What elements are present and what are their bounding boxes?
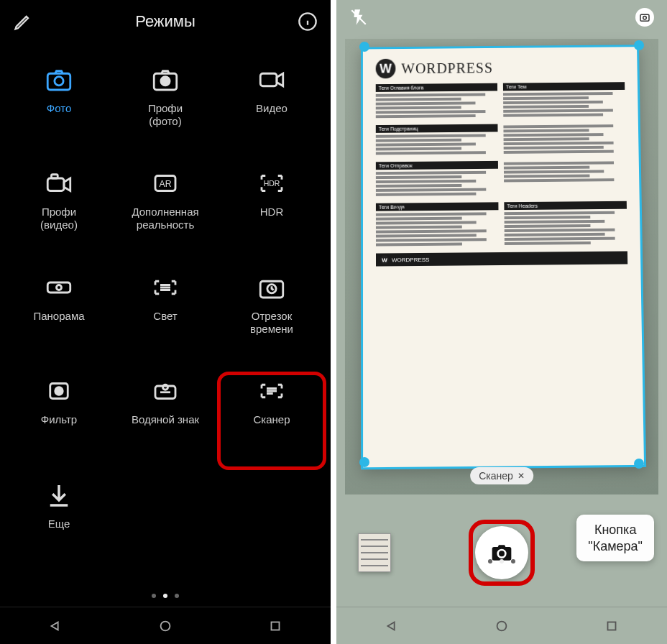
svg-point-23 — [497, 621, 507, 630]
doc-section-head: Теги Входа — [376, 202, 499, 211]
callout-tooltip: Кнопка "Камера" — [576, 515, 654, 561]
doc-section-head: Теги Оглавия блога — [376, 83, 497, 92]
mode-label: Профи (фото) — [148, 102, 183, 128]
mode-light[interactable]: Свет — [114, 272, 217, 363]
crop-handle-tr[interactable] — [634, 40, 644, 50]
video-pro-icon — [44, 168, 74, 198]
mode-pro-photo[interactable]: Профи (фото) — [114, 65, 217, 155]
scanner-mode-pill[interactable]: Сканер ✕ — [470, 467, 533, 484]
pager-dot — [152, 594, 156, 598]
crop-handle-bl[interactable] — [359, 457, 369, 467]
nav-back-icon[interactable] — [47, 618, 63, 634]
page-indicator — [488, 559, 515, 564]
mode-label: Панорама — [33, 310, 84, 323]
gallery-thumbnail[interactable] — [358, 533, 391, 572]
page-indicator — [0, 585, 331, 607]
download-icon — [44, 480, 74, 510]
camera-solid-icon — [150, 65, 180, 95]
doc-section-head: Теги Отправок — [376, 161, 498, 170]
close-icon[interactable]: ✕ — [518, 471, 525, 481]
svg-rect-20 — [272, 622, 280, 630]
mode-label: Свет — [153, 310, 177, 323]
svg-point-12 — [57, 285, 62, 290]
svg-rect-5 — [260, 73, 277, 86]
light-icon — [150, 272, 180, 303]
mode-ar[interactable]: AR Дополненная реальность — [114, 168, 217, 259]
mode-hdr[interactable]: HDR HDR — [220, 168, 323, 259]
mode-label: Отрезок времени — [250, 310, 293, 336]
scanner-screen: W WORDPRESS Теги Оглавия блога Теги Тем … — [336, 0, 667, 644]
mode-label: Еще — [48, 518, 70, 530]
capture-bar: Кнопка "Камера" — [336, 499, 667, 607]
shutter-button[interactable] — [475, 526, 528, 579]
edit-icon[interactable] — [13, 12, 33, 32]
svg-rect-24 — [608, 622, 616, 630]
scanner-icon — [257, 376, 287, 406]
svg-text:AR: AR — [159, 180, 171, 190]
nav-back-icon[interactable] — [384, 618, 400, 634]
nav-bar — [0, 607, 331, 644]
nav-home-icon[interactable] — [157, 618, 173, 634]
modes-title: Режимы — [135, 12, 196, 31]
modes-grid: Фото Профи (фото) Видео Профи (видео) AR… — [0, 43, 331, 585]
scanned-document: W WORDPRESS Теги Оглавия блога Теги Тем … — [361, 45, 646, 469]
nav-bar — [336, 607, 667, 644]
crop-handle-br[interactable] — [634, 459, 644, 469]
svg-text:HDR: HDR — [264, 179, 280, 188]
pager-dot — [488, 559, 492, 564]
mode-label: Водяной знак — [132, 413, 199, 426]
crop-handle-tl[interactable] — [359, 42, 369, 52]
info-icon[interactable] — [298, 12, 318, 32]
mode-panorama[interactable]: Панорама — [7, 272, 111, 363]
svg-point-2 — [55, 77, 63, 86]
mode-video[interactable]: Видео — [220, 65, 323, 155]
mode-label: Фильтр — [41, 413, 77, 426]
filter-icon — [44, 376, 74, 406]
camera-outline-icon — [44, 65, 74, 95]
doc-title: WORDPRESS — [401, 60, 493, 77]
flash-off-icon[interactable] — [349, 8, 368, 27]
nav-recent-icon[interactable] — [604, 618, 620, 634]
scanner-pill-text: Сканер — [479, 470, 513, 482]
svg-point-18 — [163, 385, 168, 390]
nav-home-icon[interactable] — [494, 618, 510, 634]
wordpress-logo-icon: W — [376, 59, 396, 79]
mode-label: Видео — [256, 102, 288, 115]
mode-label: Дополненная реальность — [132, 206, 198, 231]
doc-section-head: Теги Headers — [504, 201, 627, 210]
scanner-top-bar — [336, 0, 667, 34]
mode-label: Фото — [47, 102, 71, 115]
nav-recent-icon[interactable] — [267, 618, 283, 634]
doc-section-head: Теги Тем — [503, 82, 625, 91]
svg-point-16 — [55, 387, 63, 395]
switch-camera-icon[interactable] — [635, 8, 654, 27]
mode-filter[interactable]: Фильтр — [7, 376, 111, 466]
viewfinder[interactable]: W WORDPRESS Теги Оглавия блога Теги Тем … — [345, 39, 658, 494]
svg-rect-7 — [52, 175, 58, 178]
ar-icon: AR — [150, 168, 180, 198]
panorama-icon — [44, 272, 74, 303]
svg-point-19 — [161, 621, 170, 630]
svg-point-22 — [643, 17, 647, 20]
mode-label: HDR — [260, 206, 284, 218]
svg-point-4 — [161, 77, 170, 86]
pager-dot — [511, 559, 515, 564]
timelapse-icon — [257, 272, 287, 303]
svg-rect-21 — [640, 14, 649, 21]
svg-rect-6 — [47, 178, 64, 191]
doc-footer: WWORDPRESS — [376, 251, 627, 266]
watermark-icon — [150, 376, 180, 406]
mode-label: Профи (видео) — [40, 206, 78, 231]
pager-dot-active — [163, 594, 167, 598]
mode-timelapse[interactable]: Отрезок времени — [220, 272, 323, 363]
mode-watermark[interactable]: Водяной знак — [114, 376, 217, 466]
video-icon — [257, 65, 287, 95]
mode-scanner[interactable]: Сканер — [220, 376, 323, 466]
mode-photo[interactable]: Фото — [7, 65, 111, 155]
mode-label: Сканер — [253, 413, 290, 426]
hdr-icon: HDR — [257, 168, 287, 198]
modes-header: Режимы — [0, 0, 331, 43]
mode-more[interactable]: Еще — [7, 480, 111, 571]
doc-section-head: Теги Подстраниц — [376, 124, 498, 133]
mode-pro-video[interactable]: Профи (видео) — [7, 168, 111, 259]
